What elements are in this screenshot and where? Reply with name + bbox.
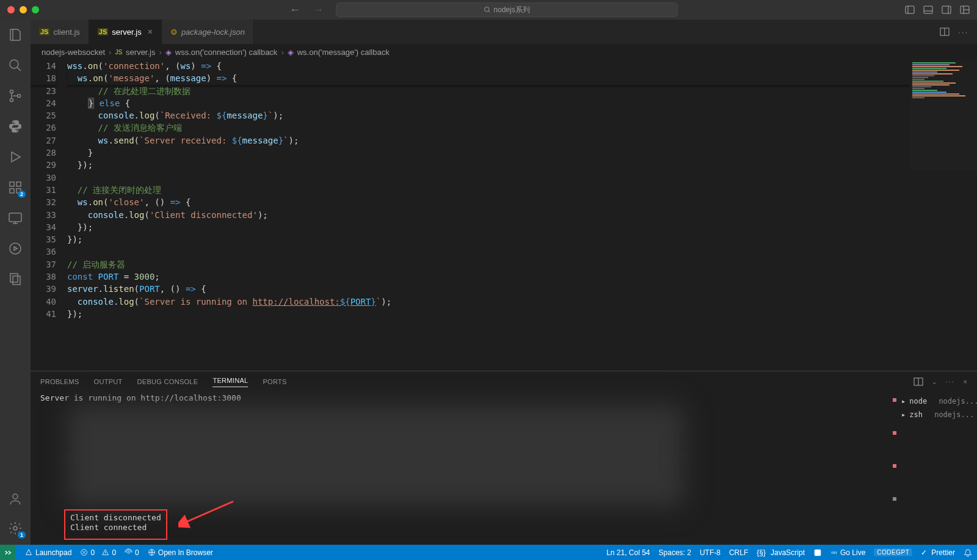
- svg-rect-13: [9, 213, 21, 222]
- close-window-icon[interactable]: [7, 6, 15, 13]
- live-share-icon[interactable]: [7, 241, 23, 256]
- svg-point-6: [10, 90, 13, 93]
- svg-point-0: [485, 7, 490, 12]
- python-icon[interactable]: [7, 118, 23, 134]
- chevron-down-icon[interactable]: ⌄: [932, 379, 937, 385]
- js-file-icon: JS: [115, 49, 122, 56]
- search-sidebar-icon[interactable]: [7, 57, 23, 73]
- indent-indicator[interactable]: Spaces: 2: [659, 548, 691, 557]
- notifications-icon[interactable]: [964, 548, 972, 557]
- minimap[interactable]: [910, 60, 977, 170]
- source-control-icon[interactable]: [7, 88, 23, 104]
- breadcrumb-folder[interactable]: nodejs-websocket: [42, 48, 105, 57]
- cursor-position[interactable]: Ln 21, Col 54: [606, 548, 650, 557]
- layout-sidebar-left-icon[interactable]: [905, 5, 915, 15]
- svg-rect-10: [10, 189, 14, 193]
- codegpt-indicator[interactable]: CODEGPT: [874, 548, 912, 556]
- maximize-window-icon[interactable]: [32, 6, 39, 13]
- breadcrumb-file[interactable]: server.js: [126, 48, 155, 57]
- terminal-sessions: ▸node nodejs... ▸zsh nodejs...: [901, 395, 968, 421]
- status-bar: Launchpad 0 0 0 Open In Browser Ln 21, C…: [0, 545, 977, 560]
- panel-tab-problems[interactable]: PROBLEMS: [40, 378, 79, 385]
- split-editor-icon[interactable]: [940, 27, 950, 37]
- problems-indicator[interactable]: 0 0: [80, 548, 116, 557]
- svg-rect-24: [815, 549, 821, 556]
- terminal-icon: ▸: [901, 410, 906, 420]
- highlight-annotation: Client disconnected Client connected: [64, 509, 167, 540]
- terminal-session-node[interactable]: ▸node nodejs...: [901, 395, 968, 408]
- svg-rect-15: [10, 274, 18, 282]
- panel-tab-terminal[interactable]: TERMINAL: [212, 377, 248, 387]
- breadcrumbs[interactable]: nodejs-websocket › JS server.js › ◈ wss.…: [31, 44, 977, 60]
- terminal-session-zsh[interactable]: ▸zsh nodejs...: [901, 408, 968, 421]
- arrow-annotation-icon: [178, 498, 239, 529]
- settings-badge: 1: [18, 531, 26, 539]
- code-content[interactable]: wss.on('connection', (ws) => { ws.on('me…: [67, 60, 977, 371]
- panel-tab-output[interactable]: OUTPUT: [94, 378, 123, 385]
- tab-server-js[interactable]: JSserver.js×: [89, 20, 162, 44]
- bottom-panel: PROBLEMS OUTPUT DEBUG CONSOLE TERMINAL P…: [31, 371, 977, 545]
- svg-rect-9: [10, 182, 14, 186]
- svg-point-14: [10, 243, 21, 254]
- code-editor[interactable]: 1418232425262728293031323334353637383940…: [31, 60, 977, 371]
- panel-more-icon[interactable]: ···: [945, 378, 954, 385]
- settings-gear-icon[interactable]: 1: [7, 520, 23, 536]
- panel-layout-icon[interactable]: [913, 377, 923, 387]
- remote-explorer-icon[interactable]: [7, 210, 23, 226]
- search-icon: [484, 6, 491, 13]
- eol-indicator[interactable]: CRLF: [729, 548, 748, 557]
- extensions-icon[interactable]: 2: [7, 180, 23, 195]
- panel-tab-ports[interactable]: PORTS: [263, 378, 286, 385]
- terminal-line: Server is running on http://localhost:30…: [40, 393, 967, 403]
- nav-back-icon[interactable]: ←: [289, 4, 300, 16]
- search-text: nodejs系列: [493, 5, 529, 15]
- breadcrumb-symbol[interactable]: ws.on('message') callback: [297, 48, 390, 57]
- title-bar: ← → nodejs系列: [0, 0, 977, 20]
- explorer-icon[interactable]: [7, 27, 23, 43]
- terminal-icon: ▸: [901, 396, 906, 406]
- tab-package-lock[interactable]: ⚙package-lock.json: [162, 20, 254, 44]
- activity-bar: 2 1: [0, 20, 31, 545]
- js-file-icon: JS: [39, 28, 49, 35]
- terminal-line: Client connected: [70, 523, 161, 533]
- tab-client-js[interactable]: JSclient.js: [31, 20, 89, 44]
- terminal[interactable]: Server is running on http://localhost:30…: [31, 392, 977, 545]
- window-controls: [7, 6, 39, 13]
- go-live-button[interactable]: Go Live: [830, 548, 865, 557]
- svg-rect-2: [924, 6, 932, 13]
- run-debug-icon[interactable]: [7, 149, 23, 165]
- layout-sidebar-right-icon[interactable]: [942, 5, 951, 15]
- nav-forward-icon[interactable]: →: [313, 4, 324, 16]
- panel-tab-debug[interactable]: DEBUG CONSOLE: [137, 378, 198, 385]
- breadcrumb-symbol[interactable]: wss.on('connection') callback: [175, 48, 278, 57]
- svg-point-8: [18, 95, 21, 98]
- panel-tabs: PROBLEMS OUTPUT DEBUG CONSOLE TERMINAL P…: [31, 371, 977, 392]
- svg-point-18: [13, 526, 17, 530]
- references-icon[interactable]: [7, 271, 23, 287]
- encoding-indicator[interactable]: UTF-8: [700, 548, 721, 557]
- redacted-region: [67, 404, 684, 508]
- layout-panel-icon[interactable]: [923, 5, 933, 15]
- terminal-markers: [893, 398, 898, 539]
- open-in-browser-button[interactable]: Open In Browser: [148, 548, 213, 557]
- method-icon: ◈: [288, 48, 294, 57]
- tab-label: client.js: [53, 27, 79, 37]
- terminal-line: Client disconnected: [70, 513, 161, 523]
- svg-rect-3: [942, 6, 951, 13]
- ports-indicator[interactable]: 0: [125, 548, 139, 557]
- accounts-icon[interactable]: [7, 491, 23, 507]
- svg-point-7: [10, 99, 13, 102]
- language-mode[interactable]: {§}JavaScript: [757, 548, 805, 557]
- remote-indicator[interactable]: [0, 545, 16, 560]
- customize-layout-icon[interactable]: [960, 5, 970, 15]
- command-center[interactable]: nodejs系列: [336, 2, 678, 17]
- launchpad-button[interactable]: Launchpad: [24, 548, 71, 557]
- tabnine-icon[interactable]: [813, 548, 822, 557]
- prettier-indicator[interactable]: ✓Prettier: [921, 548, 955, 557]
- line-gutter: 1418232425262728293031323334353637383940…: [31, 60, 67, 371]
- more-actions-icon[interactable]: ···: [958, 27, 968, 37]
- minimize-window-icon[interactable]: [20, 6, 27, 13]
- svg-point-25: [834, 551, 835, 553]
- close-tab-icon[interactable]: ×: [148, 27, 153, 37]
- panel-close-icon[interactable]: ×: [964, 378, 967, 385]
